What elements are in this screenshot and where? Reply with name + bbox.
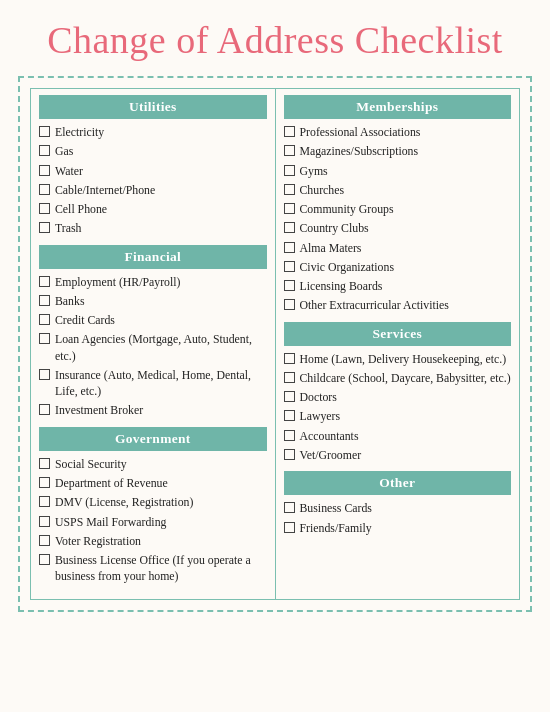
list-item-label: Cable/Internet/Phone bbox=[55, 182, 155, 198]
list-item[interactable]: Credit Cards bbox=[39, 312, 267, 328]
checkbox-icon[interactable] bbox=[39, 184, 50, 195]
list-item-label: Insurance (Auto, Medical, Home, Dental, … bbox=[55, 367, 267, 400]
list-item[interactable]: Business Cards bbox=[284, 500, 512, 516]
list-item-label: Employment (HR/Payroll) bbox=[55, 274, 181, 290]
checkbox-icon[interactable] bbox=[284, 391, 295, 402]
list-item-label: Credit Cards bbox=[55, 312, 115, 328]
list-item[interactable]: Electricity bbox=[39, 124, 267, 140]
list-item-label: Business Cards bbox=[300, 500, 372, 516]
list-item[interactable]: Other Extracurricular Activities bbox=[284, 297, 512, 313]
list-item-label: Friends/Family bbox=[300, 520, 372, 536]
checklist-list-financial: Employment (HR/Payroll)BanksCredit Cards… bbox=[39, 274, 267, 419]
checkbox-icon[interactable] bbox=[284, 353, 295, 364]
list-item[interactable]: Employment (HR/Payroll) bbox=[39, 274, 267, 290]
list-item-label: Cell Phone bbox=[55, 201, 107, 217]
checkbox-icon[interactable] bbox=[284, 372, 295, 383]
list-item[interactable]: Gas bbox=[39, 143, 267, 159]
section-header-services: Services bbox=[284, 322, 512, 346]
checklist-list-government: Social SecurityDepartment of RevenueDMV … bbox=[39, 456, 267, 585]
checkbox-icon[interactable] bbox=[284, 522, 295, 533]
checkbox-icon[interactable] bbox=[39, 458, 50, 469]
section-services: ServicesHome (Lawn, Delivery Housekeepin… bbox=[284, 322, 512, 464]
list-item-label: Voter Registration bbox=[55, 533, 141, 549]
list-item[interactable]: Civic Organizations bbox=[284, 259, 512, 275]
list-item[interactable]: Doctors bbox=[284, 389, 512, 405]
list-item-label: Country Clubs bbox=[300, 220, 369, 236]
checkbox-icon[interactable] bbox=[39, 535, 50, 546]
list-item[interactable]: Community Groups bbox=[284, 201, 512, 217]
checkbox-icon[interactable] bbox=[39, 145, 50, 156]
list-item[interactable]: USPS Mail Forwarding bbox=[39, 514, 267, 530]
list-item[interactable]: Professional Associations bbox=[284, 124, 512, 140]
list-item[interactable]: Water bbox=[39, 163, 267, 179]
checkbox-icon[interactable] bbox=[39, 314, 50, 325]
checkbox-icon[interactable] bbox=[284, 126, 295, 137]
list-item[interactable]: DMV (License, Registration) bbox=[39, 494, 267, 510]
checklist-list-utilities: ElectricityGasWaterCable/Internet/PhoneC… bbox=[39, 124, 267, 237]
section-memberships: MembershipsProfessional AssociationsMaga… bbox=[284, 95, 512, 314]
list-item-label: Doctors bbox=[300, 389, 337, 405]
list-item[interactable]: Alma Maters bbox=[284, 240, 512, 256]
checkbox-icon[interactable] bbox=[284, 410, 295, 421]
list-item-label: Department of Revenue bbox=[55, 475, 168, 491]
checkbox-icon[interactable] bbox=[39, 477, 50, 488]
section-header-government: Government bbox=[39, 427, 267, 451]
checkbox-icon[interactable] bbox=[39, 496, 50, 507]
section-financial: FinancialEmployment (HR/Payroll)BanksCre… bbox=[39, 245, 267, 419]
checkbox-icon[interactable] bbox=[39, 333, 50, 344]
list-item[interactable]: Churches bbox=[284, 182, 512, 198]
list-item[interactable]: Social Security bbox=[39, 456, 267, 472]
list-item[interactable]: Vet/Groomer bbox=[284, 447, 512, 463]
list-item[interactable]: Investment Broker bbox=[39, 402, 267, 418]
checklist-inner-border: UtilitiesElectricityGasWaterCable/Intern… bbox=[30, 88, 520, 600]
checkbox-icon[interactable] bbox=[39, 554, 50, 565]
list-item[interactable]: Insurance (Auto, Medical, Home, Dental, … bbox=[39, 367, 267, 400]
checkbox-icon[interactable] bbox=[39, 404, 50, 415]
checkbox-icon[interactable] bbox=[39, 126, 50, 137]
page: Change of Address Checklist UtilitiesEle… bbox=[0, 0, 550, 712]
list-item[interactable]: Banks bbox=[39, 293, 267, 309]
checkbox-icon[interactable] bbox=[39, 203, 50, 214]
checkbox-icon[interactable] bbox=[284, 430, 295, 441]
list-item-label: Childcare (School, Daycare, Babysitter, … bbox=[300, 370, 511, 386]
list-item[interactable]: Magazines/Subscriptions bbox=[284, 143, 512, 159]
checkbox-icon[interactable] bbox=[39, 165, 50, 176]
list-item[interactable]: Country Clubs bbox=[284, 220, 512, 236]
list-item-label: Gas bbox=[55, 143, 73, 159]
checkbox-icon[interactable] bbox=[39, 276, 50, 287]
list-item-label: Magazines/Subscriptions bbox=[300, 143, 419, 159]
checkbox-icon[interactable] bbox=[39, 516, 50, 527]
checkbox-icon[interactable] bbox=[284, 145, 295, 156]
checkbox-icon[interactable] bbox=[39, 222, 50, 233]
checkbox-icon[interactable] bbox=[284, 280, 295, 291]
checkbox-icon[interactable] bbox=[284, 242, 295, 253]
checkbox-icon[interactable] bbox=[284, 449, 295, 460]
section-utilities: UtilitiesElectricityGasWaterCable/Intern… bbox=[39, 95, 267, 237]
checkbox-icon[interactable] bbox=[284, 222, 295, 233]
checkbox-icon[interactable] bbox=[39, 369, 50, 380]
list-item[interactable]: Childcare (School, Daycare, Babysitter, … bbox=[284, 370, 512, 386]
list-item[interactable]: Licensing Boards bbox=[284, 278, 512, 294]
list-item[interactable]: Cable/Internet/Phone bbox=[39, 182, 267, 198]
checkbox-icon[interactable] bbox=[284, 261, 295, 272]
list-item[interactable]: Lawyers bbox=[284, 408, 512, 424]
list-item[interactable]: Home (Lawn, Delivery Housekeeping, etc.) bbox=[284, 351, 512, 367]
list-item[interactable]: Voter Registration bbox=[39, 533, 267, 549]
list-item[interactable]: Gyms bbox=[284, 163, 512, 179]
list-item[interactable]: Friends/Family bbox=[284, 520, 512, 536]
checkbox-icon[interactable] bbox=[284, 299, 295, 310]
checkbox-icon[interactable] bbox=[284, 203, 295, 214]
list-item[interactable]: Loan Agencies (Mortgage, Auto, Student, … bbox=[39, 331, 267, 364]
list-item-label: Loan Agencies (Mortgage, Auto, Student, … bbox=[55, 331, 267, 364]
list-item[interactable]: Cell Phone bbox=[39, 201, 267, 217]
checkbox-icon[interactable] bbox=[284, 184, 295, 195]
list-item[interactable]: Trash bbox=[39, 220, 267, 236]
list-item-label: Other Extracurricular Activities bbox=[300, 297, 449, 313]
checkbox-icon[interactable] bbox=[284, 165, 295, 176]
checkbox-icon[interactable] bbox=[284, 502, 295, 513]
list-item[interactable]: Accountants bbox=[284, 428, 512, 444]
list-item[interactable]: Business License Office (If you operate … bbox=[39, 552, 267, 585]
list-item-label: Home (Lawn, Delivery Housekeeping, etc.) bbox=[300, 351, 507, 367]
list-item[interactable]: Department of Revenue bbox=[39, 475, 267, 491]
checkbox-icon[interactable] bbox=[39, 295, 50, 306]
